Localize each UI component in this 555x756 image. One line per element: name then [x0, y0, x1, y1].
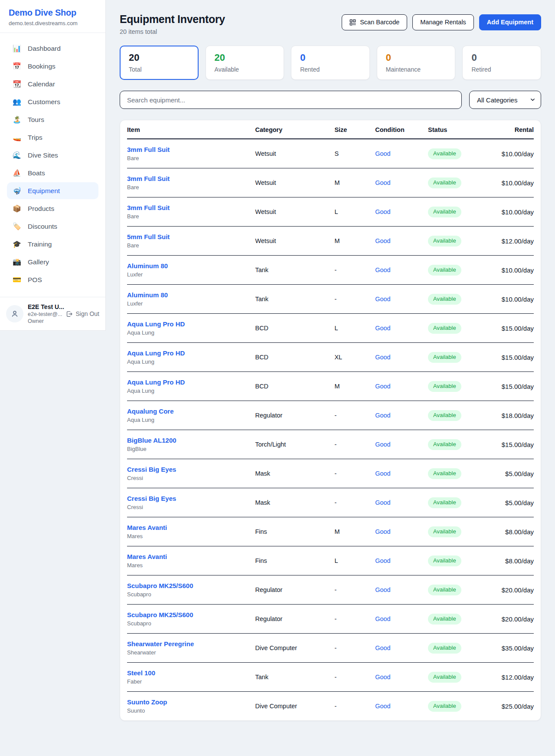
- sidebar-item-pos[interactable]: 💳POS: [7, 271, 98, 288]
- condition-link[interactable]: Good: [375, 383, 390, 390]
- sidebar-item-tours[interactable]: 🏝️Tours: [7, 111, 98, 128]
- manage-rentals-button[interactable]: Manage Rentals: [412, 14, 474, 30]
- cell-rental: $18.00/day: [497, 401, 534, 430]
- stat-card-rented[interactable]: 0Rented: [291, 46, 370, 80]
- user-box: E2E Test U... e2e-tester@... Owner Sign …: [0, 297, 105, 330]
- cell-condition: Good: [375, 139, 428, 168]
- stat-card-available[interactable]: 20Available: [206, 46, 284, 80]
- condition-link[interactable]: Good: [375, 557, 390, 564]
- cell-item: Scubapro MK25/S600Scubapro: [127, 575, 255, 605]
- item-link[interactable]: BigBlue AL1200: [127, 437, 176, 444]
- sidebar-item-discounts[interactable]: 🏷️Discounts: [7, 218, 98, 235]
- stat-label-total: Total: [129, 66, 189, 73]
- condition-link[interactable]: Good: [375, 150, 390, 157]
- category-select[interactable]: All Categories: [469, 91, 541, 109]
- sign-out-button[interactable]: Sign Out: [65, 310, 99, 318]
- condition-link[interactable]: Good: [375, 412, 390, 419]
- header-actions: Scan Barcode Manage Rentals Add Equipmen…: [342, 13, 541, 30]
- item-link[interactable]: Aqualung Core: [127, 408, 174, 415]
- item-link[interactable]: Suunto Zoop: [127, 698, 167, 706]
- condition-link[interactable]: Good: [375, 441, 390, 448]
- condition-link[interactable]: Good: [375, 528, 390, 535]
- item-link[interactable]: Aqua Lung Pro HD: [127, 378, 185, 386]
- add-equipment-button[interactable]: Add Equipment: [479, 14, 541, 30]
- table-header-row: Item Category Size Condition Status Rent…: [127, 120, 534, 139]
- sidebar-item-calendar[interactable]: 📆Calendar: [7, 76, 98, 92]
- item-link[interactable]: 3mm Full Suit: [127, 204, 170, 211]
- status-badge: Available: [428, 643, 461, 654]
- stat-card-total[interactable]: 20Total: [120, 46, 199, 80]
- diving-mask-icon: 🤿: [12, 187, 22, 195]
- cell-item: 3mm Full SuitBare: [127, 197, 255, 227]
- item-link[interactable]: Steel 100: [127, 669, 155, 677]
- cell-rental: $10.00/day: [497, 168, 534, 197]
- condition-link[interactable]: Good: [375, 296, 390, 302]
- item-link[interactable]: Mares Avanti: [127, 524, 167, 531]
- status-badge: Available: [428, 148, 461, 159]
- item-link[interactable]: 3mm Full Suit: [127, 175, 170, 182]
- cell-size: -: [334, 634, 375, 663]
- item-brand: Bare: [127, 155, 255, 161]
- condition-link[interactable]: Good: [375, 325, 390, 332]
- condition-link[interactable]: Good: [375, 703, 390, 710]
- sidebar-item-bookings[interactable]: 📅Bookings: [7, 58, 98, 75]
- condition-link[interactable]: Good: [375, 208, 390, 215]
- cell-category: Regulator: [255, 401, 334, 430]
- sidebar-item-products[interactable]: 📦Products: [7, 200, 98, 217]
- cell-item: 5mm Full SuitBare: [127, 227, 255, 256]
- sidebar-item-training[interactable]: 🎓Training: [7, 236, 98, 253]
- sidebar-item-gallery[interactable]: 📸Gallery: [7, 253, 98, 270]
- search-input[interactable]: [120, 91, 462, 109]
- item-link[interactable]: Scubapro MK25/S600: [127, 611, 193, 618]
- stat-card-retired[interactable]: 0Retired: [462, 46, 541, 80]
- table-row: Scubapro MK25/S600ScubaproRegulator-Good…: [127, 605, 534, 634]
- cell-condition: Good: [375, 634, 428, 663]
- cell-category: Tank: [255, 256, 334, 285]
- cell-status: Available: [428, 692, 497, 721]
- condition-link[interactable]: Good: [375, 644, 390, 651]
- condition-link[interactable]: Good: [375, 354, 390, 361]
- cell-category: Regulator: [255, 605, 334, 634]
- table-row: Aluminum 80LuxferTank-GoodAvailable$10.0…: [127, 285, 534, 314]
- item-link[interactable]: 3mm Full Suit: [127, 146, 170, 153]
- sidebar-item-trips[interactable]: 🚤Trips: [7, 129, 98, 146]
- item-link[interactable]: 5mm Full Suit: [127, 233, 170, 240]
- condition-link[interactable]: Good: [375, 499, 390, 506]
- equipment-table-card: Item Category Size Condition Status Rent…: [120, 120, 541, 721]
- col-rental: Rental: [497, 120, 534, 139]
- condition-link[interactable]: Good: [375, 237, 390, 244]
- item-brand: Mares: [127, 562, 255, 569]
- cell-category: Mask: [255, 488, 334, 517]
- item-link[interactable]: Aqua Lung Pro HD: [127, 349, 185, 357]
- stat-card-maintenance[interactable]: 0Maintenance: [377, 46, 456, 80]
- condition-link[interactable]: Good: [375, 615, 390, 622]
- item-link[interactable]: Aluminum 80: [127, 262, 168, 270]
- cell-status: Available: [428, 663, 497, 692]
- cell-size: -: [334, 401, 375, 430]
- item-link[interactable]: Mares Avanti: [127, 553, 167, 560]
- item-brand: Mares: [127, 533, 255, 539]
- cell-item: 3mm Full SuitBare: [127, 139, 255, 168]
- sidebar-item-dive-sites[interactable]: 🌊Dive Sites: [7, 147, 98, 164]
- cell-status: Available: [428, 430, 497, 459]
- condition-link[interactable]: Good: [375, 179, 390, 186]
- condition-link[interactable]: Good: [375, 586, 390, 593]
- cell-size: M: [334, 168, 375, 197]
- item-link[interactable]: Shearwater Peregrine: [127, 640, 194, 648]
- sidebar-item-equipment[interactable]: 🤿Equipment: [7, 182, 98, 199]
- item-link[interactable]: Aqua Lung Pro HD: [127, 320, 185, 328]
- sidebar-item-customers[interactable]: 👥Customers: [7, 93, 98, 110]
- item-link[interactable]: Aluminum 80: [127, 291, 168, 299]
- sidebar-item-dashboard[interactable]: 📊Dashboard: [7, 40, 98, 57]
- item-link[interactable]: Scubapro MK25/S600: [127, 582, 193, 589]
- item-link[interactable]: Cressi Big Eyes: [127, 495, 176, 502]
- item-link[interactable]: Cressi Big Eyes: [127, 466, 176, 473]
- stat-label-maintenance: Maintenance: [386, 66, 447, 73]
- stat-label-rented: Rented: [300, 66, 361, 73]
- scan-barcode-button[interactable]: Scan Barcode: [342, 14, 407, 30]
- sidebar-item-boats[interactable]: ⛵Boats: [7, 164, 98, 181]
- condition-link[interactable]: Good: [375, 266, 390, 273]
- cell-condition: Good: [375, 459, 428, 488]
- condition-link[interactable]: Good: [375, 674, 390, 680]
- condition-link[interactable]: Good: [375, 470, 390, 477]
